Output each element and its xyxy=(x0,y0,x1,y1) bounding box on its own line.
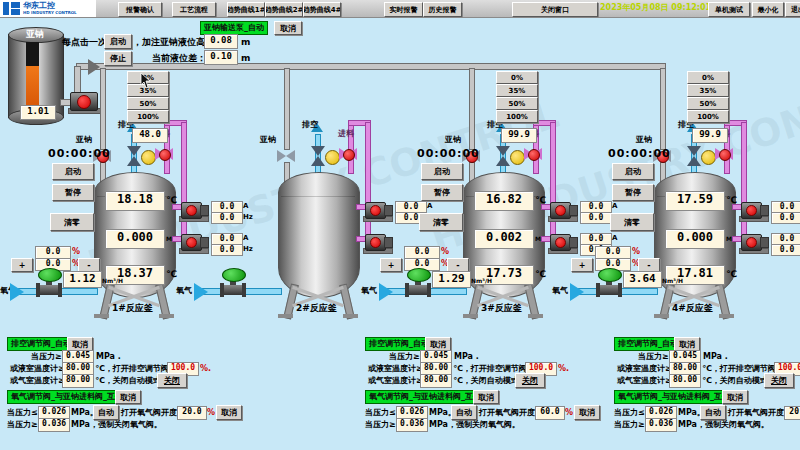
vent-preset-button-50%[interactable]: 50% xyxy=(687,97,729,110)
pause-button[interactable]: 暂停 xyxy=(52,184,94,201)
oxygen-cancel-button[interactable]: 取消 xyxy=(216,405,242,420)
percent-label: %. xyxy=(200,365,211,373)
hz-unit-label: Hz xyxy=(243,246,253,253)
toolbar-right-button-1[interactable]: 单机测试 xyxy=(708,2,750,17)
oxygen-valve-green-cap[interactable] xyxy=(598,268,622,282)
oxygen-interlock-cancel-button[interactable]: 取消 xyxy=(473,390,499,404)
toolbar-button-6[interactable]: 实时报警 xyxy=(384,2,423,17)
toolbar-button-2[interactable]: 工艺流程 xyxy=(172,2,216,17)
hmi-screen: HD INDUSTRY CONTROL HD INDUSTRY CONTROL … xyxy=(0,0,800,450)
oxygen-interlock-cancel-button[interactable]: 取消 xyxy=(115,390,141,404)
pump-frequency-value: 0.0 xyxy=(211,244,243,256)
oxygen-interlock-badge: 氧气调节阀_与亚钠进料阀_互锁 xyxy=(365,390,485,404)
clear-button[interactable]: 清零 xyxy=(50,213,94,231)
feed-valve-red-ball xyxy=(159,149,171,161)
vent-valve-body xyxy=(687,146,701,156)
vent-preset-button-35%[interactable]: 35% xyxy=(496,84,538,97)
vent-preset-button-0%[interactable]: 0% xyxy=(496,71,538,84)
vent-preset-button-50%[interactable]: 50% xyxy=(496,97,538,110)
temp-unit-label: ℃ xyxy=(726,270,737,279)
clear-button[interactable]: 清零 xyxy=(419,213,463,231)
oxygen-valve-green-cap[interactable] xyxy=(38,268,62,282)
vent-auto-cancel-button[interactable]: 取消 xyxy=(67,337,93,351)
batch-timer: 00:00:00 xyxy=(48,148,111,159)
close-button[interactable]: 关闭 xyxy=(157,373,187,388)
vent-valve-actuator xyxy=(510,150,525,165)
vent-auto-badge: 排空调节阀_自动 xyxy=(614,337,682,351)
oxygen-cancel-button[interactable]: 取消 xyxy=(574,405,600,420)
opening-increase-button[interactable]: + xyxy=(380,258,402,272)
toolbar-button-4[interactable]: 趋势曲线2# xyxy=(265,2,303,17)
start-button[interactable]: 启动 xyxy=(52,163,94,180)
opening-decrease-button[interactable]: - xyxy=(638,258,660,272)
amp-unit-label: A xyxy=(427,203,432,210)
opening-decrease-button[interactable]: - xyxy=(447,258,469,272)
vent-opening-value: 48.0 xyxy=(132,128,168,143)
start-button[interactable]: 启动 xyxy=(612,163,654,180)
clear-button[interactable]: 清零 xyxy=(610,213,654,231)
oxygen-valve-flange xyxy=(618,283,622,297)
toolbar-button-1[interactable]: 报警确认 xyxy=(118,2,162,17)
toolbar-right-button-2[interactable]: 最小化 xyxy=(752,2,784,17)
vent-preset-button-35%[interactable]: 35% xyxy=(687,84,729,97)
vent-preset-button-50%[interactable]: 50% xyxy=(127,97,169,110)
opening-increase-button[interactable]: + xyxy=(11,258,33,272)
feed-stop-button[interactable]: 停止 xyxy=(104,51,132,66)
vent-preset-button-100%[interactable]: 100% xyxy=(687,110,729,123)
vessel-foot xyxy=(463,314,478,318)
pause-button[interactable]: 暂停 xyxy=(612,184,654,201)
toolbar-button-8[interactable]: 关闭窗口 xyxy=(512,2,598,17)
oxygen-auto-button[interactable]: 自动 xyxy=(700,405,726,420)
sodium-pump-auto-badge: 亚钠输送泵_自动 xyxy=(200,21,268,35)
opening-decrease-button[interactable]: - xyxy=(78,258,100,272)
close-button[interactable]: 关闭 xyxy=(515,373,545,388)
toolbar-button-5[interactable]: 趋势曲线4# xyxy=(303,2,341,17)
oxygen-interlock-badge: 氧气调节阀_与亚钠进料阀_互锁 xyxy=(7,390,127,404)
feed-valve-red-ball xyxy=(528,149,540,161)
oxygen-valve-body xyxy=(600,285,618,295)
vent-preset-button-0%[interactable]: 0% xyxy=(687,71,729,84)
vent-valve-actuator xyxy=(701,150,716,165)
high-pressure-cond-label: 当压力≥ xyxy=(7,421,38,429)
pressure-value: 0.002 xyxy=(474,229,534,249)
oxygen-interlock-cancel-button[interactable]: 取消 xyxy=(722,390,748,404)
toolbar-button-7[interactable]: 历史报警 xyxy=(423,2,462,17)
opening-increase-button[interactable]: + xyxy=(571,258,593,272)
amp-unit-label: A xyxy=(612,235,617,242)
sodium-valve-body xyxy=(277,150,286,162)
oxygen-valve-green-cap[interactable] xyxy=(407,268,431,282)
logo-icon xyxy=(3,2,9,15)
oxygen-auto-button[interactable]: 自动 xyxy=(93,405,119,420)
sodium-drop-pipe xyxy=(660,68,666,150)
agitator-pump-1-cap xyxy=(569,205,578,216)
oxygen-auto-button[interactable]: 自动 xyxy=(451,405,477,420)
high-pressure-cond-label: 当压力≥ xyxy=(365,421,396,429)
toolbar-button-3[interactable]: 趋势曲线1# xyxy=(227,2,265,17)
vent-auto-cancel-button[interactable]: 取消 xyxy=(425,337,451,351)
feed-pump-status-light xyxy=(77,95,91,109)
feed-valve-label: 进料 xyxy=(338,130,354,138)
pause-button[interactable]: 暂停 xyxy=(421,184,463,201)
liquid-temp-cond-label: 或液室温度计≥ xyxy=(10,365,65,373)
amp-unit-label: A xyxy=(243,235,248,242)
vent-valve-body xyxy=(311,156,325,166)
amp-unit-label: A xyxy=(243,203,248,210)
feed-riser-pipe xyxy=(74,66,81,94)
vent-auto-cancel-button[interactable]: 取消 xyxy=(674,337,700,351)
logo-title: 华东工控 xyxy=(23,2,55,10)
oxygen-opening-value: 60.0 xyxy=(535,406,565,420)
start-button[interactable]: 启动 xyxy=(421,163,463,180)
toolbar-right-button-3[interactable]: 退出 xyxy=(785,2,800,17)
agitator-pump-2-cap xyxy=(384,237,393,248)
sodium-pump-cancel-button[interactable]: 取消 xyxy=(274,21,302,35)
current-level-label: 当前液位差： xyxy=(152,54,206,63)
pump-frequency-value: 0.0 xyxy=(580,212,612,224)
oxygen-opening-value: 20.0 xyxy=(784,406,800,420)
oxygen-valve-green-cap[interactable] xyxy=(222,268,246,282)
feed-start-button[interactable]: 启动 xyxy=(104,34,132,49)
vent-label: 排空 xyxy=(302,121,318,129)
close-button[interactable]: 关闭 xyxy=(764,373,794,388)
vent-preset-button-100%[interactable]: 100% xyxy=(127,110,169,123)
force-close-text-label: MPa，强制关闭氧气阀。 xyxy=(71,421,162,429)
vent-preset-button-100%[interactable]: 100% xyxy=(496,110,538,123)
